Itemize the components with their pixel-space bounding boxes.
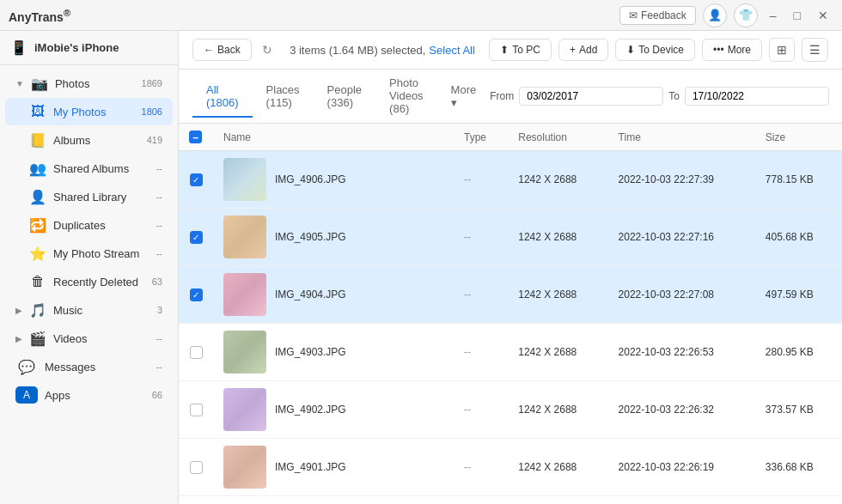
date-from-input[interactable] xyxy=(519,87,663,106)
photo-table: – Name Type Resolution Time Size ✓ IMG_4… xyxy=(179,124,842,496)
file-name: IMG_4901.JPG xyxy=(275,461,346,473)
photos-count: 1869 xyxy=(142,78,162,88)
tab-people[interactable]: People (336) xyxy=(314,76,375,118)
col-size[interactable]: Size xyxy=(755,124,842,151)
cell-size: 778.15 KB xyxy=(755,151,842,209)
sidebar-item-label-apps: Apps xyxy=(45,389,145,402)
sidebar-item-apps[interactable]: A Apps 66 xyxy=(5,381,173,409)
cell-time: 2022-10-03 22:27:08 xyxy=(608,266,755,324)
sidebar-item-messages[interactable]: 💬 Messages -- xyxy=(5,353,173,380)
sidebar-item-duplicates[interactable]: 🔁 Duplicates -- xyxy=(5,211,173,239)
cell-name: IMG_4901.JPG xyxy=(213,439,454,496)
table-row[interactable]: ✓ IMG_4906.JPG -- 1242 X 2688 2022-10-03… xyxy=(179,151,842,209)
duplicates-count: -- xyxy=(156,220,162,230)
row-checkbox[interactable]: ✓ xyxy=(190,231,203,244)
tab-photo-videos[interactable]: Photo Videos (86) xyxy=(375,70,437,124)
cell-checkbox[interactable] xyxy=(179,324,213,381)
more-button[interactable]: ••• More xyxy=(702,39,762,61)
maximize-button[interactable]: □ xyxy=(789,7,806,24)
cell-size: 497.59 KB xyxy=(755,266,842,324)
sidebar-item-recently-deleted[interactable]: 🗑 Recently Deleted 63 xyxy=(5,268,173,295)
cell-time: 2022-10-03 22:27:39 xyxy=(608,151,755,209)
photo-thumbnail xyxy=(223,446,266,489)
cell-time: 2022-10-03 22:27:16 xyxy=(608,209,755,266)
title-bar: AnyTrans® ✉ Feedback 👤 👕 – □ ✕ xyxy=(0,0,842,31)
back-button[interactable]: ← Back xyxy=(192,39,252,61)
sidebar-item-my-photos[interactable]: 🖼 My Photos 1806 xyxy=(5,98,173,125)
row-checkbox[interactable] xyxy=(190,461,203,474)
cell-checkbox[interactable] xyxy=(179,439,213,496)
header-checkbox[interactable]: – xyxy=(189,131,202,143)
col-time[interactable]: Time xyxy=(608,124,755,151)
sidebar-item-label-my-photo-stream: My Photo Stream xyxy=(53,247,149,260)
feedback-icon: ✉ xyxy=(629,9,638,21)
tabs-bar: All (1806) Places (115) People (336) Pho… xyxy=(179,70,842,124)
tab-more[interactable]: More ▾ xyxy=(437,76,491,118)
to-pc-button[interactable]: ⬆ To PC xyxy=(489,39,552,61)
photo-thumbnail xyxy=(223,216,266,258)
sidebar-item-label-my-photos: My Photos xyxy=(53,106,135,118)
add-icon: + xyxy=(570,44,576,56)
row-checkbox[interactable]: ✓ xyxy=(190,173,203,186)
cell-checkbox[interactable]: ✓ xyxy=(179,209,213,266)
list-view-button[interactable]: ☰ xyxy=(802,38,828,62)
photo-thumbnail xyxy=(223,331,266,373)
table-row[interactable]: ✓ IMG_4904.JPG -- 1242 X 2688 2022-10-03… xyxy=(179,266,842,324)
back-arrow-icon: ← xyxy=(204,44,214,56)
col-resolution[interactable]: Resolution xyxy=(508,124,607,151)
table-row[interactable]: IMG_4902.JPG -- 1242 X 2688 2022-10-03 2… xyxy=(179,381,842,439)
close-button[interactable]: ✕ xyxy=(813,7,833,24)
title-bar-right: ✉ Feedback 👤 👕 – □ ✕ xyxy=(619,3,833,27)
title-bar-left: AnyTrans® xyxy=(9,7,70,24)
add-button[interactable]: + Add xyxy=(558,39,608,61)
to-device-icon: ⬇ xyxy=(626,44,635,56)
sidebar-item-label-duplicates: Duplicates xyxy=(53,219,149,232)
grid-view-button[interactable]: ⊞ xyxy=(769,38,795,62)
from-label: From xyxy=(490,90,514,102)
row-checkbox[interactable] xyxy=(190,404,203,416)
date-to-input[interactable] xyxy=(685,87,829,106)
photo-table-container[interactable]: – Name Type Resolution Time Size ✓ IMG_4… xyxy=(179,124,842,504)
sidebar-item-photos[interactable]: ▼ 📷 Photos 1869 xyxy=(5,70,173,97)
tab-all[interactable]: All (1806) xyxy=(192,76,253,118)
my-photos-icon: 🖼 xyxy=(29,103,46,120)
cell-size: 405.68 KB xyxy=(755,209,842,266)
sidebar-item-shared-library[interactable]: 👤 Shared Library -- xyxy=(5,183,173,210)
sidebar-item-videos[interactable]: ▶ 🎬 Videos -- xyxy=(5,325,173,352)
table-row[interactable]: ✓ IMG_4905.JPG -- 1242 X 2688 2022-10-03… xyxy=(179,209,842,266)
cell-type: -- xyxy=(454,381,508,439)
minimize-button[interactable]: – xyxy=(765,7,782,24)
table-row[interactable]: IMG_4903.JPG -- 1242 X 2688 2022-10-03 2… xyxy=(179,324,842,381)
shirt-icon-button[interactable]: 👕 xyxy=(734,3,758,27)
cell-checkbox[interactable] xyxy=(179,381,213,439)
file-name: IMG_4902.JPG xyxy=(275,404,346,416)
cell-name: IMG_4905.JPG xyxy=(213,209,454,266)
recently-deleted-icon: 🗑 xyxy=(29,273,46,290)
cell-checkbox[interactable]: ✓ xyxy=(179,266,213,324)
sidebar-item-albums[interactable]: 📒 Albums 419 xyxy=(5,126,173,154)
to-pc-icon: ⬆ xyxy=(500,44,509,56)
sidebar-item-my-photo-stream[interactable]: ⭐ My Photo Stream -- xyxy=(5,240,173,267)
table-row[interactable]: IMG_4901.JPG -- 1242 X 2688 2022-10-03 2… xyxy=(179,439,842,496)
col-name[interactable]: Name xyxy=(213,124,454,151)
row-checkbox[interactable] xyxy=(190,346,203,359)
refresh-button[interactable]: ↻ xyxy=(259,39,276,60)
chevron-down-icon: ▼ xyxy=(15,79,24,88)
to-device-button[interactable]: ⬇ To Device xyxy=(615,39,695,61)
sidebar-item-label-videos: Videos xyxy=(53,332,149,345)
col-type[interactable]: Type xyxy=(454,124,508,151)
photos-icon: 📷 xyxy=(31,75,48,92)
row-checkbox[interactable]: ✓ xyxy=(190,288,203,301)
feedback-button[interactable]: ✉ Feedback xyxy=(619,6,696,25)
user-icon-button[interactable]: 👤 xyxy=(703,3,727,27)
shared-albums-icon: 👥 xyxy=(29,160,46,177)
chevron-right-icon-2: ▶ xyxy=(15,334,22,343)
select-all-link[interactable]: Select All xyxy=(429,44,474,57)
apps-icon: A xyxy=(15,386,38,404)
sidebar-item-music[interactable]: ▶ 🎵 Music 3 xyxy=(5,296,173,324)
sidebar-item-label-music: Music xyxy=(53,304,150,317)
sidebar-item-shared-albums[interactable]: 👥 Shared Albums -- xyxy=(5,155,173,182)
tab-places[interactable]: Places (115) xyxy=(253,76,314,118)
toolbar-actions: ⬆ To PC + Add ⬇ To Device ••• More ⊞ ☰ xyxy=(489,38,828,62)
cell-checkbox[interactable]: ✓ xyxy=(179,151,213,209)
